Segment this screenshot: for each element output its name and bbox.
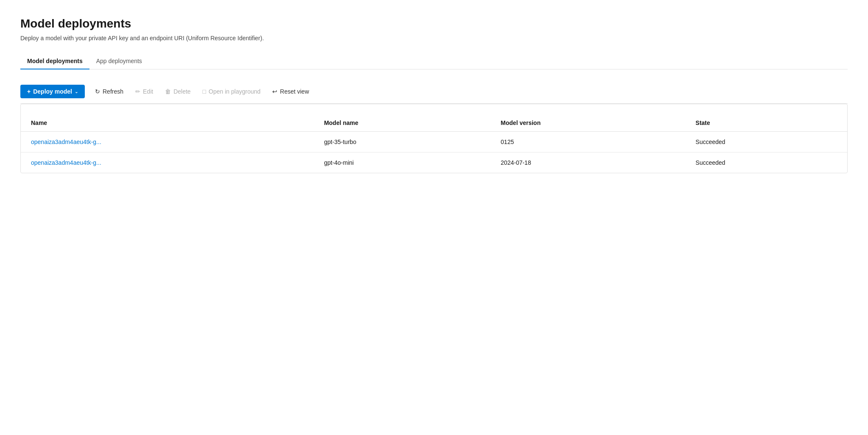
edit-button[interactable]: ✏ Edit xyxy=(130,85,158,98)
deploy-model-button[interactable]: + Deploy model ⌄ xyxy=(20,85,85,98)
col-header-model-version: Model version xyxy=(491,114,685,132)
reset-view-button[interactable]: ↩ Reset view xyxy=(267,85,314,98)
deployments-table-container: Name Model name Model version State open… xyxy=(20,104,848,173)
tab-model-deployments[interactable]: Model deployments xyxy=(20,53,89,69)
reset-view-label: Reset view xyxy=(280,88,309,95)
deployment-link[interactable]: openaiza3adm4aeu4tk-g... xyxy=(31,139,101,145)
table-row[interactable]: openaiza3adm4aeu4tk-g...gpt-4o-mini2024-… xyxy=(21,152,847,173)
table-inner: Name Model name Model version State open… xyxy=(21,104,847,173)
col-header-state: State xyxy=(685,114,847,132)
page-title: Model deployments xyxy=(20,17,848,30)
refresh-icon: ↻ xyxy=(95,88,100,95)
table-body: openaiza3adm4aeu4tk-g...gpt-35-turbo0125… xyxy=(21,132,847,173)
col-header-name: Name xyxy=(21,114,314,132)
table-row[interactable]: openaiza3adm4aeu4tk-g...gpt-35-turbo0125… xyxy=(21,132,847,152)
refresh-label: Refresh xyxy=(103,88,123,95)
cell-model-name: gpt-4o-mini xyxy=(314,152,491,173)
chevron-down-icon: ⌄ xyxy=(75,89,78,94)
cell-name[interactable]: openaiza3adm4aeu4tk-g... xyxy=(21,152,314,173)
plus-icon: + xyxy=(27,88,31,95)
refresh-button[interactable]: ↻ Refresh xyxy=(90,85,128,98)
deploy-model-label: Deploy model xyxy=(33,88,72,95)
delete-label: Delete xyxy=(173,88,190,95)
open-playground-button[interactable]: □ Open in playground xyxy=(198,85,266,98)
open-playground-icon: □ xyxy=(203,88,206,95)
table-header: Name Model name Model version State xyxy=(21,114,847,132)
cell-model-version: 0125 xyxy=(491,132,685,152)
edit-icon: ✏ xyxy=(135,88,140,95)
deployments-table: Name Model name Model version State open… xyxy=(21,114,847,173)
col-header-model-name: Model name xyxy=(314,114,491,132)
cell-state: Succeeded xyxy=(685,152,847,173)
cell-state: Succeeded xyxy=(685,132,847,152)
page-subtitle: Deploy a model with your private API key… xyxy=(20,35,848,42)
cell-model-name: gpt-35-turbo xyxy=(314,132,491,152)
tab-app-deployments[interactable]: App deployments xyxy=(89,53,149,69)
cell-model-version: 2024-07-18 xyxy=(491,152,685,173)
cell-name[interactable]: openaiza3adm4aeu4tk-g... xyxy=(21,132,314,152)
reset-view-icon: ↩ xyxy=(272,88,277,95)
tabs-container: Model deployments App deployments xyxy=(20,53,848,69)
open-playground-label: Open in playground xyxy=(209,88,260,95)
deployment-link[interactable]: openaiza3adm4aeu4tk-g... xyxy=(31,159,101,166)
edit-label: Edit xyxy=(143,88,153,95)
delete-button[interactable]: 🗑 Delete xyxy=(160,85,195,98)
delete-icon: 🗑 xyxy=(165,88,171,95)
toolbar: + Deploy model ⌄ ↻ Refresh ✏ Edit 🗑 Dele… xyxy=(20,80,848,104)
